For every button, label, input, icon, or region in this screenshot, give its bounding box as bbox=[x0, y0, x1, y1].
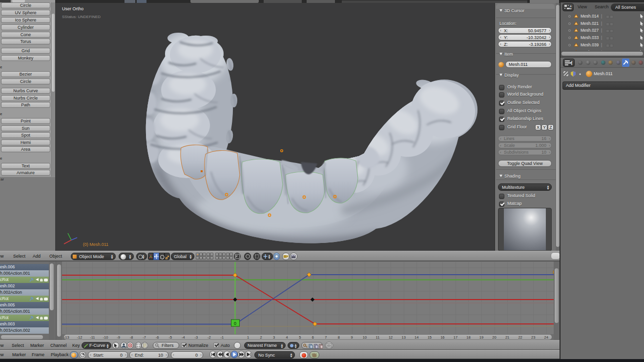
svg-text:0: 0 bbox=[234, 321, 236, 326]
